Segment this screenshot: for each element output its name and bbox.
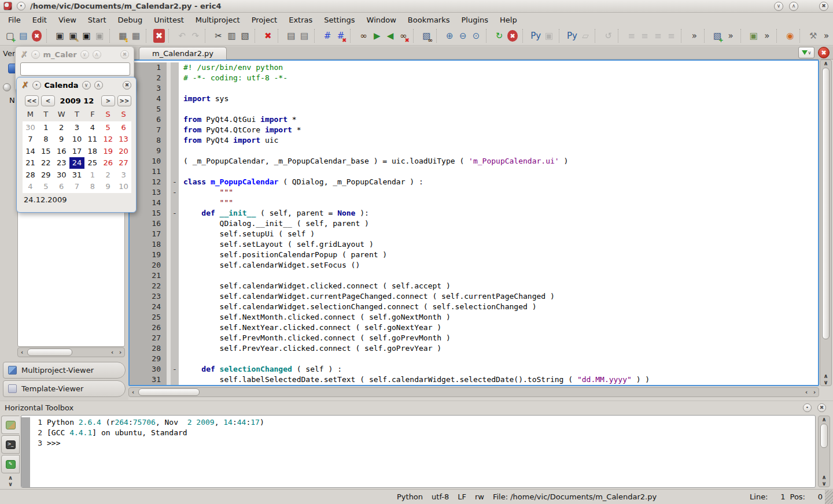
comment-icon[interactable]: # [322,29,334,43]
calendar-day[interactable]: 16 [54,145,69,157]
calendar-day[interactable]: 2 [100,169,116,181]
calendar-day[interactable]: 8 [38,134,54,146]
toolbar-overflow-2-icon[interactable]: » [725,29,737,43]
calendar-day[interactable]: 4 [84,121,100,134]
calendar-day[interactable]: 1 [38,121,54,134]
sidebar-item-multiproject-viewer[interactable]: Multiproject-Viewer [3,362,126,379]
cut-icon[interactable]: ✂ [212,29,224,43]
toolbar-overflow-3-icon[interactable]: » [761,29,773,43]
menu-edit[interactable]: Edit [27,14,53,26]
menu-window[interactable]: Window [361,14,402,26]
copy-icon[interactable]: ▥ [226,29,238,43]
tool-window-titlebar[interactable]: ✗ • m_Caler ∨ ∧ ✖ [16,47,134,62]
calendar-day[interactable]: 29 [38,169,54,181]
save-all-icon[interactable]: ▣ [80,29,93,43]
menu-extras[interactable]: Extras [283,14,318,26]
scroll-down-icon[interactable]: ∨ [822,379,830,386]
scroll-left-icon[interactable]: ‹ [129,389,137,395]
toolbox-close-button[interactable]: ✖ [817,403,826,412]
calendar-day[interactable]: 6 [54,181,69,193]
search-replace-icon[interactable]: ∞✖ [397,29,410,43]
calendar-day[interactable]: 9 [100,181,116,193]
calendar-day[interactable]: 24 [69,157,85,169]
zoom-reset-icon[interactable]: ⊙ [470,29,482,43]
tab-scroll-up[interactable]: ∧ [1,475,20,481]
print-preview-icon[interactable]: ▦ [130,29,142,43]
sidebar-hscrollbar[interactable]: ‹ ‹ › [17,347,125,357]
calendar-day[interactable]: 30 [54,169,69,181]
menu-debug[interactable]: Debug [112,14,149,26]
scroll-thumb[interactable] [822,68,830,339]
menu-view[interactable]: View [53,14,82,26]
calendar-day[interactable]: 17 [69,145,85,157]
menu-unittest[interactable]: Unittest [148,14,189,26]
calendar-day[interactable]: 28 [23,169,38,181]
calendar-day[interactable]: 27 [116,157,131,169]
save-as-icon[interactable]: ▣✎ [67,29,79,43]
calendar-day[interactable]: 13 [116,134,131,146]
scroll-up-icon[interactable]: ∧ [820,416,828,423]
calendar-day[interactable]: 7 [23,134,38,146]
tab-close-button[interactable]: ✖ [818,47,830,58]
calendar-day[interactable]: 14 [23,145,38,157]
resize-grip[interactable] [825,490,833,504]
close-window-icon[interactable]: ✖ [32,30,42,42]
close-all-icon[interactable]: ✖ [153,29,165,43]
menu-project[interactable]: Project [246,14,283,26]
window-shade-button[interactable]: ∨ [82,81,91,90]
fold-marker[interactable]: - [171,177,179,187]
window-dot-icon[interactable]: • [32,81,41,90]
tab-terminal[interactable]: >_ [1,435,20,454]
tab-m-calendar2-py[interactable]: m_Calendar2.py [139,47,227,60]
scroll-down-icon[interactable]: ∨ [820,480,828,487]
uncomment-icon[interactable]: #✖ [334,29,347,43]
menu-settings[interactable]: Settings [318,14,360,26]
refresh-icon[interactable]: ↻ [493,29,506,43]
code-editor[interactable]: 1#! /usr/bin/env python2# -*- coding: ut… [128,60,819,386]
unindent-icon[interactable]: ▤ [298,29,311,43]
window-shade-button[interactable]: ∨ [80,50,89,59]
calendar-day[interactable]: 12 [100,134,116,146]
zoom-in-icon[interactable]: ⊕ [444,29,456,43]
calendar-day[interactable]: 4 [23,181,38,193]
scroll-left-icon[interactable]: ‹ [108,349,116,355]
fold-marker[interactable]: - [171,364,179,375]
stop-icon[interactable]: ✖ [507,30,517,42]
quicksearch-input[interactable] [20,62,130,76]
titlebar-shade-button[interactable]: ∨ [774,2,783,11]
debug-python-icon[interactable]: Py [566,29,578,43]
calendar-day[interactable]: 30 [23,121,38,134]
calendar-day[interactable]: 1 [84,169,100,181]
window-close-button[interactable]: ✖ [123,81,131,90]
calendar-day[interactable]: 18 [84,145,100,157]
delete-icon[interactable]: ✖ [262,29,274,43]
calendar-day[interactable]: 15 [38,145,54,157]
scroll-left-icon[interactable]: ‹ [18,349,26,355]
scroll-up-icon[interactable]: ∧ [822,60,830,66]
scroll-thumb[interactable] [138,388,200,396]
calendar-day[interactable]: 5 [38,181,54,193]
fold-marker[interactable]: - [171,208,179,218]
paste-icon[interactable]: ▧ [239,29,251,43]
tab-shell[interactable] [1,416,20,434]
calendar-day[interactable]: 25 [84,157,100,169]
menu-multiproject[interactable]: Multiproject [190,14,246,26]
menu-bookmarks[interactable]: Bookmarks [402,14,456,26]
new-task-icon[interactable]: ▧+ [712,29,724,43]
new-file-icon[interactable]: ▢+ [4,29,16,43]
tab-scroll-down[interactable]: ∨ [1,481,20,487]
scroll-thumb[interactable] [820,424,828,448]
viewmanager-icon[interactable]: ▣ [748,29,760,43]
run-python-icon[interactable]: Py [530,29,542,43]
menu-help[interactable]: Help [494,14,523,26]
calendar-day[interactable]: 20 [116,145,131,157]
scroll-right-icon[interactable]: › [810,389,819,395]
titlebar-unshade-button[interactable]: ∧ [789,2,798,11]
scroll-right-icon[interactable]: › [116,349,124,355]
next-month-button[interactable]: > [101,95,115,106]
prev-month-button[interactable]: < [41,95,55,106]
scroll-up-icon[interactable]: ∧ [822,373,830,379]
scroll-left-icon[interactable]: ‹ [802,389,810,395]
preferences-icon[interactable]: ⚒ [807,29,819,43]
calendar-day[interactable]: 2 [54,121,69,134]
